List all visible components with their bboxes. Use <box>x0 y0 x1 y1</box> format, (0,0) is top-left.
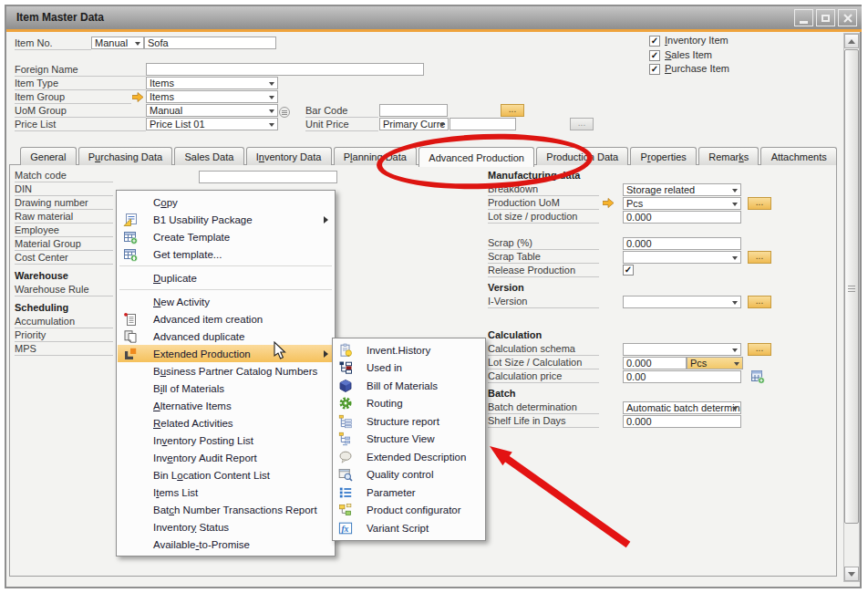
submenu-item-quality-control[interactable]: Quality control <box>334 466 484 484</box>
unit-price-browse-button[interactable]: ... <box>570 118 594 130</box>
menu-item-available-to-promise[interactable]: Available-to-Promise <box>118 536 334 553</box>
menu-item-label: Advanced item creation <box>153 314 263 325</box>
field-row-i-version: I-Version... <box>488 296 843 309</box>
menu-item-batch-number-transactions-report[interactable]: Batch Number Transactions Report <box>118 501 334 518</box>
menu-item-label: B1 Usability Package <box>153 214 253 225</box>
get-template-icon <box>123 247 138 262</box>
menu-item-inventory-audit-report[interactable]: Inventory Audit Report <box>118 449 334 466</box>
production-uom-dropdown[interactable]: Pcs <box>623 197 741 210</box>
field-label-breakdown: Breakdown <box>488 183 599 196</box>
no-icon <box>123 364 138 379</box>
menu-item-inventory-status[interactable]: Inventory Status <box>118 518 334 536</box>
menu-item-extended-production[interactable]: Extended Production <box>118 345 334 362</box>
batch-determination-dropdown[interactable]: Automatic batch determina <box>623 401 741 414</box>
lot-size-calculation-uom-dropdown[interactable]: Pcs <box>687 357 743 369</box>
submenu-item-routing[interactable]: Routing <box>334 395 484 413</box>
field-row-release-production: Release Production✓ <box>488 265 843 278</box>
menu-item-label: Inventory Posting List <box>153 435 253 446</box>
checkbox-inventory-item[interactable]: ✓ <box>649 36 660 47</box>
submenu-item-invent-history[interactable]: Invent.History <box>334 341 484 359</box>
unit-price-currency-dropdown[interactable]: Primary Curre <box>379 118 449 130</box>
menu-item-label: Inventory Status <box>153 522 229 533</box>
bar-code-input[interactable] <box>379 104 448 117</box>
tab-purchasing-data[interactable]: Purchasing Data <box>78 147 173 165</box>
item-group-dropdown[interactable]: Items <box>146 90 278 103</box>
release-production-checkbox[interactable]: ✓ <box>623 265 634 276</box>
menu-item-copy[interactable]: Copy <box>118 193 334 211</box>
uom-group-dropdown[interactable]: Manual <box>146 104 278 117</box>
maximize-button[interactable] <box>816 9 835 26</box>
tab-general[interactable]: General <box>20 147 77 165</box>
match-code-input[interactable] <box>199 171 337 183</box>
menu-item-advanced-item-creation[interactable]: Advanced item creation <box>118 310 334 328</box>
menu-item-b1-usability-package[interactable]: B1 Usability Package <box>118 211 334 228</box>
production-uom-browse-button[interactable]: ... <box>748 197 771 210</box>
submenu-item-extended-description[interactable]: Extended Description <box>334 448 484 466</box>
vertical-scrollbar[interactable] <box>843 33 860 582</box>
item-no-input[interactable]: Sofa <box>144 36 276 49</box>
menu-item-alternative-items[interactable]: Alternative Items <box>118 397 334 414</box>
tab-inventory-data[interactable]: Inventory Data <box>246 147 332 165</box>
menu-item-business-partner-catalog-numbers[interactable]: Business Partner Catalog Numbers <box>118 362 334 380</box>
checkbox-purchase-item[interactable]: ✓ <box>649 64 660 75</box>
i-version-dropdown[interactable] <box>623 296 741 308</box>
breakdown-dropdown[interactable]: Storage related <box>623 183 741 196</box>
item-no-type-dropdown[interactable]: Manual <box>91 36 144 49</box>
menu-item-advanced-duplicate[interactable]: Advanced duplicate <box>118 328 334 345</box>
item-type-dropdown[interactable]: Items <box>146 77 278 89</box>
calculation-price-calculator-icon[interactable] <box>750 369 765 384</box>
menu-item-duplicate[interactable]: Duplicate <box>118 269 334 286</box>
field-row-breakdown: BreakdownStorage related <box>488 183 843 197</box>
menu-item-new-activity[interactable]: New Activity <box>118 293 334 310</box>
window-titlebar[interactable]: Item Master Data <box>6 6 862 29</box>
product-configurator-icon <box>338 503 353 517</box>
scrollbar-thumb[interactable] <box>844 49 859 524</box>
item-group-link-arrow-icon[interactable] <box>132 92 144 102</box>
menu-item-items-list[interactable]: Items List <box>118 484 334 501</box>
submenu-item-product-configurator[interactable]: Product configurator <box>334 502 484 520</box>
submenu-item-variant-script[interactable]: fxVariant Script <box>334 519 484 537</box>
lot-size-production-input[interactable]: 0.000 <box>623 211 741 224</box>
submenu-item-parameter[interactable]: Parameter <box>334 484 484 502</box>
tab-advanced-production[interactable]: Advanced Production <box>418 147 534 167</box>
menu-item-related-activities[interactable]: Related Activities <box>118 414 334 432</box>
production-uom-link-arrow-icon[interactable] <box>603 198 615 208</box>
scroll-down-button[interactable] <box>844 567 859 581</box>
menu-item-bin-location-content-list[interactable]: Bin Location Content List <box>118 466 334 484</box>
scroll-up-button[interactable] <box>844 34 859 48</box>
unit-price-input[interactable] <box>450 118 516 130</box>
close-icon <box>843 14 852 23</box>
tab-production-data[interactable]: Production Data <box>536 147 628 165</box>
calculation-schema-dropdown[interactable] <box>623 343 741 356</box>
uom-list-icon[interactable] <box>279 107 290 118</box>
menu-item-create-template[interactable]: Create Template <box>118 228 334 245</box>
checkbox-sales-item[interactable]: ✓ <box>649 50 660 61</box>
menu-item-get-template-[interactable]: Get template... <box>118 245 334 263</box>
lot-size-calculation-input[interactable]: 0.000 <box>623 357 687 369</box>
price-list-dropdown[interactable]: Price List 01 <box>146 118 278 130</box>
field-row-production-uom: Production UoMPcs... <box>488 197 843 211</box>
foreign-name-input[interactable] <box>146 63 424 76</box>
submenu-item-structure-view[interactable]: Structure View <box>334 431 484 449</box>
field-label-accumulation: Accumulation <box>15 316 117 329</box>
tab-properties[interactable]: Properties <box>630 147 697 165</box>
menu-item-bill-of-materials[interactable]: Bill of Materials <box>118 380 334 397</box>
tab-planning-data[interactable]: Planning Data <box>334 147 418 165</box>
i-version-browse-button[interactable]: ... <box>748 296 771 308</box>
scrap--input[interactable]: 0.000 <box>623 237 741 250</box>
shelf-life-in-days-input[interactable]: 0.000 <box>623 415 741 428</box>
minimize-button[interactable] <box>794 9 813 26</box>
tab-sales-data[interactable]: Sales Data <box>174 147 243 165</box>
calculation-schema-browse-button[interactable]: ... <box>748 343 771 356</box>
menu-item-inventory-posting-list[interactable]: Inventory Posting List <box>118 432 334 449</box>
submenu-item-used-in[interactable]: Used in <box>334 359 484 378</box>
tab-remarks[interactable]: Remarks <box>698 147 759 165</box>
scrap-table-browse-button[interactable]: ... <box>748 251 771 264</box>
bar-code-browse-button[interactable]: ... <box>501 104 524 117</box>
scrap-table-dropdown[interactable] <box>623 251 741 264</box>
calculation-price-input[interactable]: 0.00 <box>623 370 741 383</box>
submenu-item-bill-of-materials[interactable]: Bill of Materials <box>334 377 484 395</box>
tab-attachments[interactable]: Attachments <box>760 147 837 165</box>
close-button[interactable] <box>838 9 857 26</box>
submenu-item-structure-report[interactable]: Structure report <box>334 412 484 431</box>
